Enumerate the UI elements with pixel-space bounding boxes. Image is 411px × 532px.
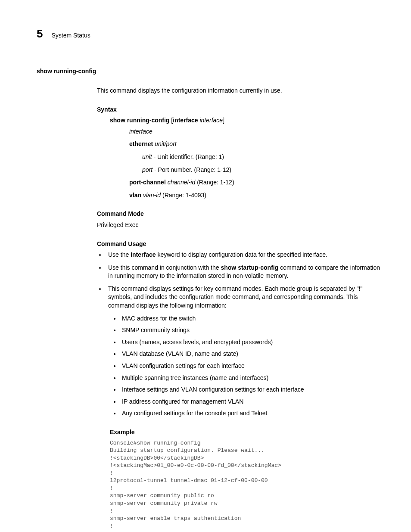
syntax-interface-kw: interface	[173, 117, 198, 124]
usage-text-pre: Use this command in conjunction with the	[108, 264, 221, 271]
port-text: - Port number. (Range: 1-12)	[153, 166, 231, 173]
ethernet-kw: ethernet	[129, 140, 153, 147]
example-code: Console#show running-config Building sta…	[110, 439, 381, 530]
command-mode-heading: Command Mode	[97, 210, 381, 218]
portchannel-line: port-channel channel-id (Range: 1-12)	[129, 178, 381, 187]
vlan-text: (Range: 1-4093)	[161, 192, 206, 199]
usage-text-bold: interface	[131, 251, 156, 258]
usage-item: Use the interface keyword to display con…	[106, 251, 381, 259]
usage-subitem: Interface settings and VLAN configuratio…	[120, 386, 381, 394]
interface-label: interface	[129, 128, 381, 136]
usage-subitem: MAC address for the switch	[120, 314, 381, 323]
syntax-heading: Syntax	[97, 106, 381, 114]
usage-item: Use this command in conjunction with the…	[106, 264, 381, 280]
unit-text: - Unit identifier. (Range: 1)	[152, 153, 224, 160]
usage-subitem: VLAN database (VLAN ID, name and state)	[120, 350, 381, 358]
chapter-title: System Status	[51, 31, 90, 40]
usage-subitem: VLAN configuration settings for each int…	[120, 362, 381, 370]
portchannel-kw: port-channel	[129, 179, 166, 186]
command-name: show running-config	[37, 67, 381, 76]
usage-list: Use the interface keyword to display con…	[97, 251, 381, 418]
vlan-kw: vlan	[129, 192, 141, 199]
usage-text-post: keyword to display configuration data fo…	[156, 251, 327, 258]
usage-subitem: Multiple spanning tree instances (name a…	[120, 374, 381, 383]
ethernet-arg: unit/port	[153, 140, 176, 147]
unit-arg: unit	[142, 153, 152, 160]
command-usage-heading: Command Usage	[97, 240, 381, 249]
example-heading: Example	[110, 428, 381, 437]
syntax-line: show running-config [interface interface…	[110, 116, 381, 125]
syntax-interface-arg: interface	[198, 117, 223, 124]
usage-text-pre: Use the	[108, 251, 131, 258]
ethernet-line: ethernet unit/port	[129, 140, 381, 149]
portchannel-text: (Range: 1-12)	[195, 179, 234, 186]
page-header: 5 System Status	[37, 26, 381, 41]
vlan-arg: vlan-id	[141, 192, 161, 199]
usage-subitem: Users (names, access levels, and encrypt…	[120, 338, 381, 347]
syntax-cmd: show running-config	[110, 117, 169, 124]
command-description: This command displays the configuration …	[97, 87, 381, 95]
usage-item: This command displays settings for key c…	[106, 285, 381, 418]
usage-subitem: IP address configured for management VLA…	[120, 398, 381, 406]
chapter-number: 5	[37, 26, 43, 41]
command-mode-text: Privileged Exec	[97, 221, 381, 230]
unit-line: unit - Unit identifier. (Range: 1)	[142, 153, 381, 162]
usage-sublist: MAC address for the switch SNMP communit…	[108, 314, 381, 418]
usage-subitem: Any configured settings for the console …	[120, 409, 381, 418]
syntax-bracket-close: ]	[223, 117, 224, 124]
usage-text: This command displays settings for key c…	[108, 285, 362, 309]
portchannel-arg: channel-id	[166, 179, 196, 186]
usage-subitem: SNMP community strings	[120, 326, 381, 335]
port-line: port - Port number. (Range: 1-12)	[142, 166, 381, 174]
vlan-line: vlan vlan-id (Range: 1-4093)	[129, 191, 381, 200]
port-arg: port	[142, 166, 153, 173]
usage-text-bold: show startup-config	[221, 264, 278, 271]
